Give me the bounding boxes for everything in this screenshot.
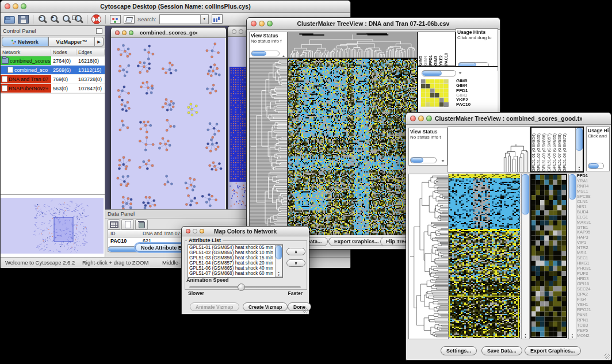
toolbar-separator — [105, 15, 106, 24]
attribute-item[interactable]: GPL51-01 (GSM854) heat shock 05 min — [188, 245, 282, 250]
tv1-row-labels[interactable]: GIM5GIM4PFD1GIM3YKE2PAC10 — [456, 79, 471, 108]
treeview2-title-bar[interactable]: ClusterMaker TreeView : combined_scores_… — [406, 113, 611, 125]
zoom-out-icon[interactable]: − — [37, 14, 47, 24]
tab-overflow-button[interactable]: ▶ — [95, 37, 104, 47]
treeview1-title: ClusterMaker TreeView : DNA and Tran 07-… — [276, 20, 471, 27]
tv2-column-dendrogram[interactable] — [447, 127, 530, 173]
minimize-button[interactable] — [193, 229, 197, 233]
search-input[interactable] — [160, 15, 202, 24]
zoom-actual-icon[interactable] — [62, 14, 71, 24]
zoom-button[interactable] — [200, 229, 204, 233]
tv2-usage-scrollbar[interactable] — [588, 163, 604, 169]
attribute-item[interactable]: GPL51-02 (GSM855) heat shock 10 min — [188, 250, 282, 255]
report-icon[interactable] — [212, 14, 223, 24]
chevron-down-icon[interactable]: ▼ — [200, 15, 208, 24]
help-icon[interactable] — [91, 14, 101, 24]
create-vizmap-button[interactable]: Create Vizmap — [243, 302, 288, 311]
main-title-bar[interactable]: Cytoscape Desktop (Session Name: collins… — [1, 1, 350, 13]
attribute-list-scrollbar[interactable]: ▴▾ — [275, 245, 282, 277]
attribute-item[interactable]: GPL51-07 (GSM868) heat shock 60 min — [188, 271, 282, 276]
network-table-row[interactable]: combined_sco 2569(6) 13112(15) — [1, 66, 105, 75]
tab-network[interactable]: Network — [2, 37, 48, 47]
scrollbar-thumb[interactable] — [569, 174, 576, 200]
zoom-button[interactable] — [267, 21, 273, 26]
close-button[interactable] — [186, 229, 190, 233]
zoom-button[interactable] — [129, 30, 133, 35]
tv2-heatmap-vscrollbar[interactable]: ▴▾ — [521, 174, 530, 339]
attribute-item[interactable]: GPL51-06 (GSM865) heat shock 40 min — [188, 266, 282, 271]
tv2-settings-button[interactable]: Settings... — [441, 346, 477, 355]
attribute-item[interactable]: GPL51-03 (GSM856) heat shock 15 min — [188, 255, 282, 260]
attribute-listbox[interactable]: GPL51-01 (GSM854) heat shock 05 minGPL51… — [188, 244, 283, 278]
network-table-row[interactable]: RNAPuberNov2+ 563(0) 107847(0) — [1, 84, 105, 93]
minimize-button[interactable] — [122, 30, 127, 35]
scrollbar-thumb[interactable] — [522, 174, 529, 214]
col-id[interactable]: ID — [108, 231, 140, 236]
annotation-icon[interactable] — [124, 15, 135, 24]
scrollbar-thumb[interactable] — [276, 246, 282, 259]
move-up-button[interactable]: ∧ — [286, 248, 305, 255]
tv2-column-label-pane: GPL51-01 (GSM854)GPL51-02 (GSM855)GPL51-… — [530, 127, 584, 173]
tv1-row-dendrogram[interactable] — [249, 58, 288, 235]
animate-vizmap-button[interactable]: Animate Vizmap — [190, 302, 239, 311]
close-button[interactable] — [115, 30, 120, 35]
dialog-title-bar[interactable]: Map Colors to Network — [182, 227, 309, 236]
zoom-in-icon[interactable]: + — [49, 14, 59, 24]
tv2-gene-labels[interactable]: PFD1YRA1RNR4MSL1SPC98CLN1NIS1BUD4ELG1MAK… — [577, 174, 610, 338]
network-table-row[interactable]: DNA and Tran 07 769(0) 183728(0) — [1, 75, 105, 84]
status-zoom-hint: Right-click + drag to ZOOM — [82, 259, 148, 266]
tab-vizmapper[interactable]: VizMapper™ — [48, 37, 95, 47]
save-session-icon[interactable] — [18, 15, 29, 24]
tv2-collabel-scrollbar[interactable]: ▴▾ — [575, 128, 583, 171]
zoom-button[interactable] — [426, 116, 432, 121]
tv2-row-dendrogram[interactable] — [408, 174, 449, 339]
column-label: GPL51-08 (GSM872) — [563, 133, 568, 171]
tv2-zoom-vscrollbar[interactable]: ▴▾ — [568, 174, 576, 339]
tv2-zoom-heatmap[interactable] — [531, 175, 566, 337]
tv1-column-labels[interactable]: GIM5GIM4PFD1GIM3YKE2PAC10 — [418, 32, 456, 66]
tv1-zoom-heatmap[interactable] — [420, 79, 449, 107]
tv1-status-scrollbar[interactable] — [251, 51, 280, 56]
close-button[interactable] — [232, 29, 236, 34]
tv1-export-graphics-button[interactable]: Export Graphics... — [328, 237, 385, 246]
speed-slider-thumb[interactable] — [238, 283, 245, 291]
network-table-row[interactable]: combined_scores 2764(0) 16218(0) — [1, 56, 105, 66]
tv2-status-scrollbar[interactable] — [410, 157, 437, 163]
delete-attribute-icon[interactable] — [135, 219, 148, 229]
resize-grip[interactable] — [605, 354, 610, 359]
move-down-button[interactable]: ∨ — [286, 259, 305, 267]
open-session-icon[interactable] — [4, 16, 15, 24]
tv1-heatmap-canvas[interactable] — [288, 58, 418, 235]
close-button[interactable] — [410, 116, 416, 121]
tv1-column-dendrogram[interactable] — [288, 32, 418, 58]
zoom-button[interactable] — [21, 3, 26, 9]
minimize-button[interactable] — [239, 29, 243, 34]
tv2-save-data-button[interactable]: Save Data... — [481, 346, 522, 355]
attribute-table-icon[interactable] — [108, 219, 120, 229]
network-view-canvas-1[interactable] — [111, 38, 225, 209]
float-panel-icon[interactable] — [96, 28, 102, 34]
col-edges[interactable]: Edges — [76, 49, 105, 55]
close-button[interactable] — [251, 21, 257, 26]
scrollbar-thumb[interactable] — [576, 128, 583, 151]
vizmap-icon[interactable] — [110, 15, 121, 24]
resize-grip[interactable] — [303, 308, 308, 313]
window-controls[interactable] — [1, 3, 26, 9]
col-nodes[interactable]: Nodes — [51, 49, 76, 55]
zoom-fit-icon[interactable]: ⃞ — [74, 14, 83, 24]
new-attribute-icon[interactable] — [121, 219, 134, 229]
close-button[interactable] — [5, 3, 10, 9]
network-overview-canvas[interactable] — [1, 198, 104, 254]
minimize-button[interactable] — [418, 116, 424, 121]
network-window-1-title-bar[interactable]: combined_scores_good.txt--cluste... — [111, 28, 226, 38]
speed-slider-track[interactable] — [189, 286, 301, 288]
minimize-button[interactable] — [13, 3, 18, 9]
minimize-button[interactable] — [259, 21, 265, 26]
tv2-export-graphics-button[interactable]: Export Graphics... — [525, 346, 581, 355]
tv1-zoom-hscrollbar[interactable] — [422, 70, 456, 76]
search-combo[interactable]: ▼ — [159, 14, 209, 24]
col-network[interactable]: Network — [1, 49, 51, 55]
tv2-global-heatmap[interactable] — [449, 174, 520, 338]
attribute-item[interactable]: GPL51-04 (GSM857) heat shock 20 min — [188, 260, 282, 266]
tv2-column-labels[interactable]: GPL51-01 (GSM854)GPL51-02 (GSM855)GPL51-… — [531, 128, 575, 171]
